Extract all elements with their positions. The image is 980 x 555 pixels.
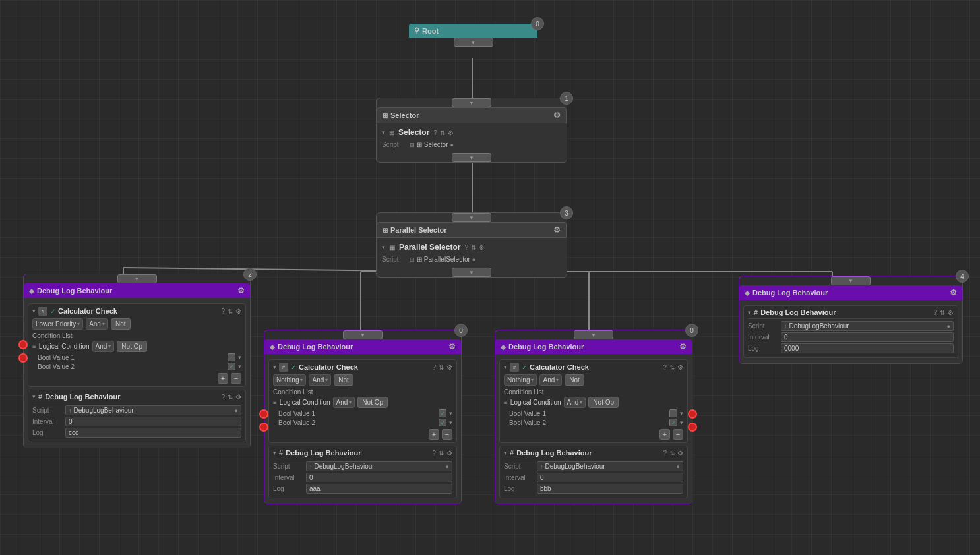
dcl-badge: 0 xyxy=(454,324,468,337)
dcl-bool2-check[interactable] xyxy=(439,419,446,426)
dcr-dropdown2[interactable]: And xyxy=(539,374,562,386)
parallel-header: ⊞ Parallel Selector ⚙ xyxy=(377,222,567,238)
dcl-hdr-icons: ? ⇅ ⚙ xyxy=(432,364,452,371)
dcl-btn-not[interactable]: Not xyxy=(334,374,353,386)
dl-sub-question: ? xyxy=(221,394,225,401)
dcr-bool2-tri[interactable]: ▾ xyxy=(680,419,683,426)
dcl-header: ◆ Debug Log Behaviour ⚙ xyxy=(264,339,461,354)
selector-script-icon: ⊞ xyxy=(410,142,415,148)
dr-gear[interactable]: ⚙ xyxy=(950,288,957,297)
dl-dropdown2[interactable]: And xyxy=(86,318,108,330)
parallel-script-label: Script xyxy=(382,256,406,263)
dcl-calc-header: ▾ # ✓ Calculator Check ? ⇅ ⚙ xyxy=(273,363,452,372)
dcr-bool1-row: Bool Value 1 ▾ xyxy=(504,409,683,417)
dl-side-port-1[interactable] xyxy=(18,340,28,349)
debug-left-top-port[interactable] xyxy=(24,274,250,283)
dcl-debug-sub: ▾ # Debug Log Behaviour ? ⇅ ⚙ Script ↑ D… xyxy=(268,446,457,498)
dcr-plus-minus: + − xyxy=(504,429,683,440)
selector-bottom-port[interactable] xyxy=(377,153,567,162)
selector-gear[interactable]: ⚙ xyxy=(553,111,561,120)
dr-body: ▾ # Debug Log Behaviour ? ⇅ ⚙ Script ↑ D… xyxy=(739,300,962,363)
dcr-and-dd[interactable]: And xyxy=(564,397,586,408)
debug-left-gear[interactable]: ⚙ xyxy=(237,286,245,295)
dcr-bool2-check[interactable] xyxy=(669,419,677,426)
dcl-circle: ● xyxy=(446,463,449,470)
dcl-body: ▾ # ✓ Calculator Check ? ⇅ ⚙ Nothing And… xyxy=(264,354,461,504)
dcr-minus[interactable]: − xyxy=(673,429,683,440)
parallel-section: ▾ ▦ Parallel Selector ? ⇅ ⚙ xyxy=(377,241,567,254)
dcr-calc-title: Calculator Check xyxy=(530,363,660,371)
dcr-eq: ≡ xyxy=(504,399,508,406)
dcl-question: ? xyxy=(432,364,436,371)
dl-question-icon: ? xyxy=(221,308,225,315)
dcr-side-port-1[interactable] xyxy=(688,409,697,419)
selector-body-icon: ⊞ xyxy=(389,129,394,136)
dcl-side-port-1[interactable] xyxy=(259,409,268,419)
dcr-title: Debug Log Behaviour xyxy=(508,343,584,351)
dcl-plus[interactable]: + xyxy=(429,429,439,440)
dl-btn-not[interactable]: Not xyxy=(111,318,131,330)
dcl-plus-minus: + − xyxy=(273,429,452,440)
dcl-script-val: ↑ DebugLogBehaviour ● xyxy=(306,461,452,471)
dcl-side-port-2[interactable] xyxy=(259,423,268,432)
selector-header-icon: ⊞ xyxy=(383,112,388,119)
dl-plus-btn[interactable]: + xyxy=(218,373,228,384)
dl-bool2-check[interactable] xyxy=(228,363,235,370)
dr-top-port[interactable] xyxy=(739,276,962,285)
dcr-bool1-tri[interactable]: ▾ xyxy=(680,410,683,417)
dcl-bool1-tri[interactable]: ▾ xyxy=(449,410,452,417)
dr-sub-gear: ⚙ xyxy=(948,309,954,316)
dl-condition-list-label: Condition List xyxy=(32,332,241,339)
dcr-notop[interactable]: Not Op xyxy=(588,397,619,408)
dcl-notop[interactable]: Not Op xyxy=(357,397,388,408)
dcl-top-port[interactable] xyxy=(264,330,461,339)
debug-left-calc: ▾ # ✓ Calculator Check ? ⇅ ⚙ Lower Prior… xyxy=(28,303,246,387)
selector-node: 1 ⊞ Selector ⚙ ▾ ⊞ Selector ? ⇅ ⚙ Script… xyxy=(376,98,567,163)
dcr-calc: ▾ # ✓ Calculator Check ? ⇅ ⚙ Nothing And… xyxy=(499,359,688,443)
dcr-dropdown1[interactable]: Nothing xyxy=(504,374,537,386)
dcr-side-port-2[interactable] xyxy=(688,423,697,432)
dl-notop-btn[interactable]: Not Op xyxy=(117,341,147,352)
selector-top-port[interactable] xyxy=(377,98,567,107)
root-bottom-port[interactable] xyxy=(409,38,537,47)
dcl-gear[interactable]: ⚙ xyxy=(448,342,456,351)
dl-bool2-tri[interactable]: ▾ xyxy=(238,363,241,370)
dcr-plus[interactable]: + xyxy=(659,429,670,440)
dcr-sub-q: ? xyxy=(663,450,667,457)
dcr-btn-not[interactable]: Not xyxy=(565,374,584,386)
dcr-hdr-icons: ? ⇅ ⚙ xyxy=(663,364,683,371)
root-header: ⚲ Root xyxy=(409,24,537,38)
dcl-bool2-tri[interactable]: ▾ xyxy=(449,419,452,426)
dcl-dropdown1[interactable]: Nothing xyxy=(273,374,306,386)
dl-sub-arrows: ⇅ xyxy=(228,394,233,401)
dl-side-port-2[interactable] xyxy=(18,353,28,363)
parallel-bottom-port[interactable] xyxy=(377,268,567,277)
dl-interval-lbl: Interval xyxy=(32,418,61,425)
dl-bool1-tri[interactable]: ▾ xyxy=(238,354,241,361)
dr-title: Debug Log Behaviour xyxy=(752,289,828,297)
dcr-script-lbl: Script xyxy=(504,463,533,470)
dcr-top-port[interactable] xyxy=(495,330,692,339)
dcl-dropdown2[interactable]: And xyxy=(309,374,331,386)
dcl-and-dd[interactable]: And xyxy=(333,397,355,408)
dr-sub-arr: ⇅ xyxy=(940,309,945,316)
dl-and-dropdown[interactable]: And xyxy=(92,341,115,352)
dcl-minus[interactable]: − xyxy=(442,429,452,440)
debug-left-header: ◆ Debug Log Behaviour ⚙ xyxy=(24,283,250,298)
dl-plus-minus: + − xyxy=(32,373,241,384)
dcr-bool2-row: Bool Value 2 ▾ xyxy=(504,419,683,426)
dcl-interval-lbl: Interval xyxy=(273,474,302,481)
parallel-script-icon: ⊞ xyxy=(410,256,415,263)
dl-minus-btn[interactable]: − xyxy=(231,373,241,384)
dcr-bool1-check[interactable] xyxy=(669,409,677,417)
dcl-bool1-check[interactable] xyxy=(439,409,446,417)
dl-bool1-check[interactable] xyxy=(228,353,235,361)
dcl-calc-tri: ▾ xyxy=(273,364,276,370)
parallel-top-port[interactable] xyxy=(377,213,567,222)
dcr-gear[interactable]: ⚙ xyxy=(679,342,687,351)
dcr-script-val: ↑ DebugLogBehaviour ● xyxy=(537,461,683,471)
dl-arrows-icon: ⇅ xyxy=(228,308,233,315)
parallel-gear[interactable]: ⚙ xyxy=(553,225,561,235)
dl-dropdown1[interactable]: Lower Priority xyxy=(32,318,83,330)
dcr-diamond: ◆ xyxy=(501,343,506,351)
